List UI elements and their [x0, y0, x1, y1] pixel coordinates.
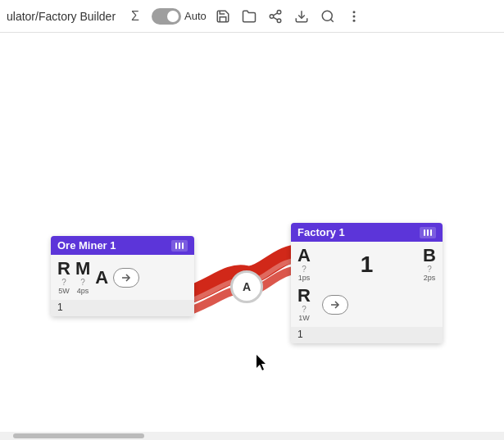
ore-miner-menu-icon[interactable]: [171, 240, 188, 252]
port-m-question: ?: [80, 278, 85, 287]
ore-miner-footer: 1: [51, 300, 194, 316]
port-m-rate: 4ps: [77, 287, 89, 295]
ore-miner-body: R ? 5W M ? 4ps A: [51, 255, 194, 300]
port-r-sub: ? 5W: [58, 278, 70, 295]
factory-header: Factory 1: [291, 223, 443, 242]
factory-node: Factory 1 A ? 1ps 1 B ?: [291, 223, 443, 343]
connector-label: A: [243, 280, 251, 293]
port-m-letter: M: [75, 260, 90, 278]
factory-port-r-rate: 1W: [298, 314, 310, 322]
factory-arrow-button[interactable]: [322, 295, 348, 315]
svg-line-4: [273, 12, 277, 15]
factory-body-2: R ? 1W: [291, 287, 443, 327]
factory-port-a-rate: 1ps: [298, 274, 311, 282]
factory-port-a-question: ?: [302, 265, 306, 274]
factory-port-r-group: R ? 1W: [297, 287, 311, 322]
factory-port-r-question: ?: [302, 305, 306, 314]
mouse-cursor: [257, 355, 270, 374]
sigma-icon[interactable]: Σ: [125, 7, 145, 26]
factory-port-r-sub: ? 1W: [298, 305, 310, 322]
scrollbar-thumb[interactable]: [13, 433, 144, 438]
scrollbar[interactable]: [0, 432, 504, 440]
factory-footer: 1: [291, 327, 443, 343]
svg-point-8: [352, 11, 355, 13]
factory-port-b-rate: 2ps: [424, 274, 436, 282]
ore-miner-arrow-button[interactable]: [113, 268, 139, 288]
toolbar-title: ulator/Factory Builder: [7, 10, 116, 23]
svg-point-1: [270, 14, 274, 18]
factory-port-mid-group: 1: [361, 253, 374, 276]
factory-body: A ? 1ps 1 B ? 2ps: [291, 242, 443, 287]
auto-toggle-switch[interactable]: [152, 8, 181, 25]
factory-port-mid-letter: 1: [361, 253, 374, 276]
svg-point-9: [352, 15, 355, 17]
factory-port-a-letter: A: [297, 247, 311, 265]
svg-point-2: [277, 19, 281, 23]
factory-menu-icon[interactable]: [420, 227, 436, 238]
factory-port-b-question: ?: [427, 265, 432, 274]
svg-line-7: [330, 19, 333, 21]
port-m-sub: ? 4ps: [77, 278, 89, 295]
save-button[interactable]: [213, 7, 233, 26]
factory-port-b-group: B ? 2ps: [423, 247, 436, 282]
factory-port-b-letter: B: [423, 247, 436, 265]
ore-miner-title: Ore Miner 1: [57, 239, 116, 252]
factory-title: Factory 1: [297, 226, 345, 238]
share-button[interactable]: [266, 7, 285, 26]
download-button[interactable]: [292, 7, 311, 26]
svg-point-6: [322, 11, 332, 20]
factory-port-b-sub: ? 2ps: [424, 265, 436, 282]
svg-point-0: [277, 10, 281, 14]
canvas-area: Ore Miner 1 R ? 5W M ? 4ps: [0, 33, 504, 440]
port-m-group: M ? 4ps: [75, 260, 90, 295]
port-a-group: A: [95, 269, 108, 287]
auto-toggle-label: Auto: [184, 10, 207, 22]
factory-port-a-group: A ? 1ps: [297, 247, 311, 282]
search-button[interactable]: [318, 7, 338, 26]
factory-port-a-sub: ? 1ps: [298, 265, 311, 282]
port-a-letter: A: [95, 269, 108, 287]
auto-toggle-container: Auto: [152, 8, 207, 25]
svg-point-10: [352, 19, 355, 21]
folder-button[interactable]: [239, 7, 259, 26]
ore-miner-node: Ore Miner 1 R ? 5W M ? 4ps: [51, 236, 194, 316]
factory-port-r-letter: R: [297, 287, 311, 305]
toolbar: ulator/Factory Builder Σ Auto: [0, 0, 504, 33]
port-r-question: ?: [61, 278, 66, 287]
connector-bubble: A: [230, 270, 263, 303]
port-r-letter: R: [57, 260, 70, 278]
more-button[interactable]: [344, 7, 364, 26]
port-r-rate: 5W: [58, 287, 70, 295]
port-r-group: R ? 5W: [57, 260, 70, 295]
svg-line-3: [273, 17, 277, 20]
ore-miner-header: Ore Miner 1: [51, 236, 194, 255]
